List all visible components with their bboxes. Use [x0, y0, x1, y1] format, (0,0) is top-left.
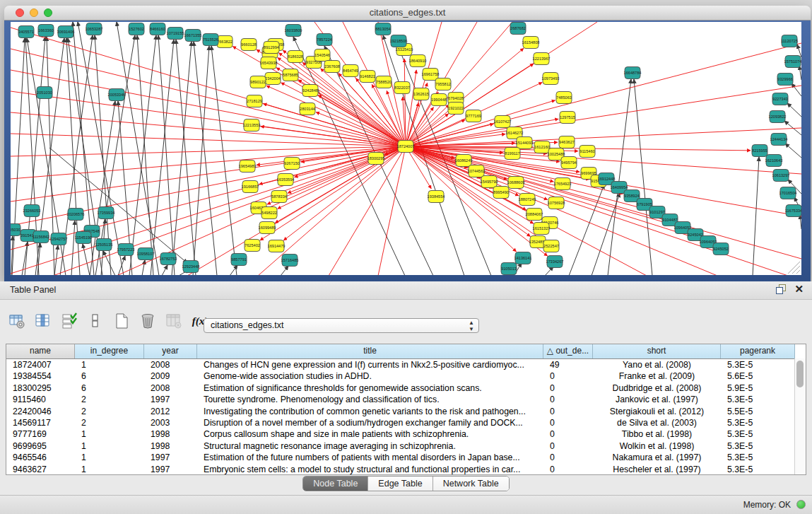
graph-node[interactable]: 17654923 [554, 178, 572, 190]
column-header-year[interactable]: year [144, 344, 197, 358]
table-row[interactable]: 911546021997Tourette syndrome. Phenomeno… [6, 394, 806, 405]
graph-node[interactable]: 11156842 [33, 231, 49, 243]
graph-node[interactable]: 2367608 [324, 61, 340, 73]
graph-node[interactable]: 9267150 [284, 158, 300, 170]
column-header-out-de-[interactable]: △ out_de... [543, 344, 593, 358]
graph-node[interactable]: 10653287 [86, 23, 103, 35]
column-header-pagerank[interactable]: pagerank [721, 344, 795, 358]
graph-node[interactable]: 16151327 [533, 223, 551, 235]
graph-node[interactable]: 9227343 [772, 93, 788, 105]
graph-node[interactable]: 15716485 [281, 255, 299, 267]
graph-node[interactable]: 19384554 [428, 191, 445, 203]
graph-node[interactable]: 7515526 [203, 34, 218, 46]
graph-node[interactable]: 16353594 [277, 174, 295, 186]
graph-node[interactable]: 17016504 [779, 187, 797, 199]
graph-node[interactable]: 20053346 [108, 89, 126, 101]
graph-node[interactable]: 17359934 [98, 207, 115, 219]
graph-node[interactable]: 30691406 [57, 26, 75, 38]
graph-node[interactable]: 7625402 [245, 240, 260, 252]
graph-node[interactable]: 5498222 [261, 207, 277, 219]
tab-edge-table[interactable]: Edge Table [368, 477, 433, 491]
graph-node[interactable]: 16914479 [268, 240, 286, 252]
graph-node[interactable]: 16107427 [494, 116, 512, 128]
table-row[interactable]: 946362711997Embryonic stem cells: a mode… [6, 464, 806, 475]
graph-node[interactable]: 12923448 [182, 261, 200, 273]
graph-node[interactable]: 8186328 [288, 51, 303, 63]
graph-node[interactable]: 12093822 [769, 111, 787, 123]
graph-node[interactable]: 9329966 [777, 74, 793, 86]
graph-node[interactable]: 1921022 [448, 103, 464, 115]
graph-node[interactable]: 9105030 [11, 224, 20, 236]
graph-node[interactable]: 2051030 [37, 87, 52, 99]
column-header-name[interactable]: name [6, 344, 75, 358]
graph-node[interactable]: 10756928 [548, 197, 565, 209]
vertical-scrollbar[interactable] [794, 358, 806, 474]
resize-grip-icon[interactable] [792, 266, 800, 274]
graph-node[interactable]: 1297515 [560, 112, 575, 124]
graph-node[interactable]: 1990448 [431, 94, 447, 106]
graph-node[interactable]: 12213967 [533, 53, 551, 65]
graph-node[interactable]: 16154808 [522, 37, 540, 49]
graph-node[interactable]: 2803144 [300, 103, 315, 115]
float-panel-icon[interactable] [776, 284, 786, 294]
graph-node[interactable]: 10613297 [772, 170, 790, 182]
graph-node[interactable]: 2342004 [265, 73, 281, 85]
graph-node[interactable]: 10973493 [542, 73, 560, 85]
table-row[interactable]: 946554611997Estimation of the future num… [6, 452, 806, 463]
graph-node[interactable]: 9245052 [713, 243, 729, 255]
graph-node[interactable]: 10744562 [468, 165, 486, 177]
graph-node[interactable]: 3405571 [18, 26, 34, 38]
tab-node-table[interactable]: Node Table [303, 477, 368, 491]
graph-node[interactable]: 20884067 [526, 209, 543, 221]
delete-table-icon[interactable] [164, 311, 184, 331]
graph-node[interactable]: 18724007 [397, 141, 415, 153]
graph-node[interactable]: 19218506 [390, 35, 408, 47]
graph-node[interactable]: 8466160 [150, 23, 165, 35]
graph-node[interactable]: 16210643 [765, 155, 783, 167]
graph-node[interactable]: 8995490 [493, 187, 509, 199]
graph-node[interactable]: 15144093 [516, 137, 534, 149]
graph-node[interactable]: 1663360 [38, 25, 54, 37]
graph-node[interactable]: 11545190 [75, 232, 92, 244]
graph-node[interactable]: 8912994 [264, 42, 279, 54]
delete-trash-icon[interactable] [138, 311, 158, 331]
graph-node[interactable]: 12213553 [243, 119, 261, 132]
graph-node[interactable]: 12505135 [95, 239, 113, 251]
graph-node[interactable]: 8813054 [375, 23, 391, 35]
graph-node[interactable]: 16033809 [285, 25, 302, 37]
tab-network-table[interactable]: Network Table [433, 477, 509, 491]
resize-grip-icon[interactable] [796, 270, 800, 274]
graph-node[interactable]: 9146821 [360, 71, 375, 83]
graph-node[interactable]: 2718129 [247, 95, 262, 107]
graph-node[interactable]: 7857224 [317, 34, 332, 46]
column-header-in-degree[interactable]: in_degree [75, 344, 144, 358]
table-row[interactable]: 1456911722003Disruption of a novel membe… [6, 417, 806, 428]
graph-node[interactable]: 11675334 [785, 205, 801, 217]
table-row[interactable]: 1938455462009Genome-wide association stu… [6, 370, 806, 382]
table-row[interactable]: 1872400712008Changes of HCN gene express… [6, 359, 806, 370]
graph-node[interactable]: 7588520 [376, 76, 392, 88]
graph-node[interactable]: 8322037 [394, 82, 410, 94]
graph-node[interactable]: 9242848 [302, 85, 318, 97]
graph-node[interactable]: 9777169 [466, 110, 481, 122]
graph-node[interactable]: 17334267 [546, 256, 564, 268]
graph-node[interactable]: 5875685 [283, 69, 298, 81]
column-header-title[interactable]: title [197, 344, 543, 358]
graph-node[interactable]: 16543938 [260, 57, 278, 69]
column-header-short[interactable]: short [593, 344, 721, 358]
table-settings-icon[interactable] [7, 311, 27, 331]
graph-node[interactable]: 1612160 [534, 141, 550, 153]
graph-node[interactable]: 16099489 [259, 222, 276, 234]
graph-node[interactable]: 12444134 [770, 134, 788, 146]
graph-node[interactable]: 8199117 [505, 148, 520, 160]
graph-node[interactable]: 9463627 [559, 136, 575, 148]
table-row[interactable]: 1830029562008Estimation of significance … [6, 382, 806, 394]
graph-node[interactable]: 1540546 [314, 49, 330, 62]
graph-node[interactable]: 7955812 [435, 78, 451, 90]
graph-node[interactable]: 7663822 [217, 36, 233, 48]
graph-node[interactable]: 19166857 [242, 181, 259, 193]
row-options-icon[interactable] [86, 311, 105, 331]
graph-node[interactable]: 18300295 [367, 153, 385, 165]
new-table-icon[interactable] [112, 311, 131, 331]
graph-node[interactable]: 23266053 [23, 205, 41, 217]
